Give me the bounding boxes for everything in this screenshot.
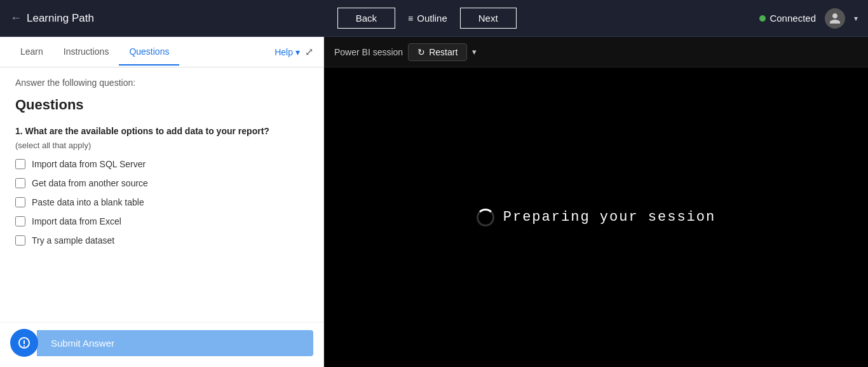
connected-dot-icon (759, 15, 766, 22)
nav-center: Back ≡ Outline Next (337, 8, 517, 29)
learning-path-title: Learning Path (27, 12, 94, 25)
outline-button[interactable]: ≡ Outline (395, 8, 460, 28)
top-navigation: ← Learning Path Back ≡ Outline Next Conn… (0, 0, 868, 37)
option-2[interactable]: Get data from another source (15, 178, 308, 188)
next-button[interactable]: Next (460, 8, 517, 29)
tab-instructions[interactable]: Instructions (53, 39, 119, 66)
help-button[interactable]: Help ▾ (275, 47, 300, 57)
option-4[interactable]: Import data from Excel (15, 216, 308, 226)
restart-button[interactable]: ↻ Restart (408, 43, 467, 61)
user-icon (829, 12, 841, 25)
preparing-label: Preparing your session (503, 209, 715, 225)
answer-following-text: Answer the following question: (15, 78, 308, 88)
help-label: Help (275, 47, 293, 57)
option-1[interactable]: Import data from SQL Server (15, 159, 308, 169)
help-chevron-icon: ▾ (295, 47, 300, 57)
mascot-button[interactable] (10, 329, 38, 357)
user-chevron-icon[interactable]: ▾ (854, 14, 858, 23)
restart-icon: ↻ (417, 47, 425, 57)
option-4-label: Import data from Excel (32, 216, 121, 226)
option-5[interactable]: Try a sample dataset (15, 235, 308, 246)
hamburger-icon: ≡ (408, 13, 413, 24)
session-content: Preparing your session (324, 67, 868, 367)
session-label: Power BI session (334, 47, 403, 57)
main-layout: Learn Instructions Questions Help ▾ ⤢ An… (0, 37, 868, 367)
back-button[interactable]: Back (337, 8, 395, 29)
checkbox-4[interactable] (15, 216, 25, 226)
question-1: 1. What are the available options to add… (15, 125, 308, 246)
submit-answer-button[interactable]: Submit Answer (37, 330, 313, 356)
nav-right: Connected ▾ (759, 8, 858, 29)
checkbox-3[interactable] (15, 197, 25, 207)
tab-questions[interactable]: Questions (119, 39, 179, 66)
question-text: 1. What are the available options to add… (15, 125, 308, 138)
option-3[interactable]: Paste data into a blank table (15, 197, 308, 207)
outline-label: Outline (417, 13, 447, 24)
preparing-text: Preparing your session (477, 209, 715, 226)
session-bar: Power BI session ↻ Restart ▾ (324, 37, 868, 67)
left-content-area: Answer the following question: Questions… (0, 67, 323, 322)
question-number: 1. (15, 126, 23, 136)
connected-badge: Connected (759, 13, 816, 24)
tab-learn[interactable]: Learn (10, 39, 53, 66)
tab-bar: Learn Instructions Questions Help ▾ ⤢ (0, 37, 323, 67)
session-chevron-icon[interactable]: ▾ (472, 47, 477, 57)
option-1-label: Import data from SQL Server (32, 159, 146, 169)
user-avatar[interactable] (825, 8, 845, 29)
expand-icon[interactable]: ⤢ (305, 46, 313, 58)
select-all-text: (select all that apply) (15, 141, 308, 150)
option-5-label: Try a sample dataset (32, 235, 114, 246)
submit-area: Submit Answer (0, 322, 323, 367)
checkbox-5[interactable] (15, 235, 25, 246)
option-2-label: Get data from another source (32, 178, 148, 188)
option-3-label: Paste data into a blank table (32, 197, 144, 207)
left-panel: Learn Instructions Questions Help ▾ ⤢ An… (0, 37, 324, 367)
connected-label: Connected (770, 13, 816, 24)
mascot-icon (17, 335, 32, 350)
loading-spinner (477, 209, 494, 226)
checkbox-1[interactable] (15, 159, 25, 169)
restart-label: Restart (429, 47, 458, 57)
nav-left: ← Learning Path (10, 11, 94, 25)
right-panel: Power BI session ↻ Restart ▾ Preparing y… (324, 37, 868, 367)
questions-title: Questions (15, 97, 308, 113)
question-body: What are the available options to add da… (25, 126, 269, 136)
checkbox-2[interactable] (15, 178, 25, 188)
back-arrow-icon[interactable]: ← (10, 11, 22, 25)
